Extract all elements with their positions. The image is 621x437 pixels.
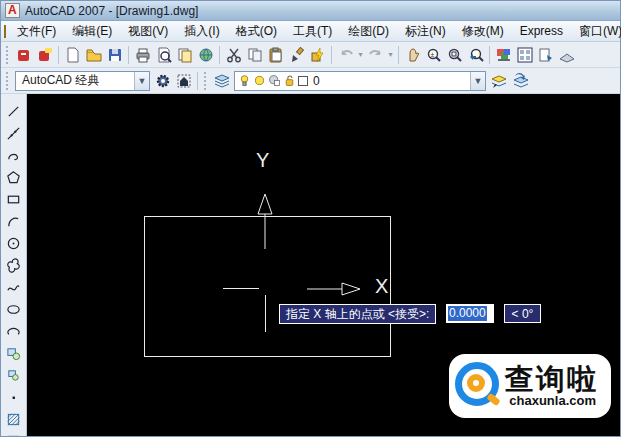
gradient-tool-icon[interactable] <box>4 431 24 436</box>
workspace-combo[interactable]: AutoCAD 经典 ▼ <box>15 71 150 91</box>
dynamic-input-angle: < 0° <box>504 304 541 323</box>
point-tool-icon[interactable] <box>4 387 24 407</box>
circle-tool-icon[interactable] <box>4 233 24 253</box>
dynamic-input-field[interactable]: 0.0000 <box>446 304 494 323</box>
layer-color-swatch[interactable] <box>298 76 308 86</box>
open-icon[interactable] <box>83 44 104 65</box>
y-axis-label: Y <box>256 149 269 172</box>
draw-toolbar <box>1 94 27 436</box>
menu-tools[interactable]: 工具(T) <box>286 21 339 42</box>
match-properties-icon[interactable] <box>286 44 307 65</box>
layer-viewport-freeze-icon[interactable] <box>268 74 281 87</box>
menu-insert[interactable]: 插入(I) <box>177 21 226 42</box>
current-layer-name: 0 <box>313 74 320 88</box>
new-file-icon[interactable] <box>62 44 83 65</box>
redo-icon[interactable] <box>365 44 386 65</box>
dwf-globe-icon[interactable] <box>195 44 216 65</box>
layer-on-bulb-icon[interactable] <box>238 74 251 87</box>
svg-text:±: ± <box>430 50 434 57</box>
menu-bar: 文件(F) 编辑(E) 视图(V) 插入(I) 格式(O) 工具(T) 绘图(D… <box>1 21 620 42</box>
layers-icon[interactable] <box>211 70 232 91</box>
layer-unlock-icon[interactable] <box>283 74 296 87</box>
chaxunla-logo-icon <box>455 362 503 410</box>
arc-tool-icon[interactable] <box>4 211 24 231</box>
autocad-window: AutoCAD 2007 - [Drawing1.dwg] 文件(F) 编辑(E… <box>0 0 621 437</box>
menu-view[interactable]: 视图(V) <box>121 21 175 42</box>
layer-previous-icon[interactable] <box>509 70 530 91</box>
line-tool-icon[interactable] <box>4 101 24 121</box>
undo-icon[interactable] <box>335 44 356 65</box>
cut-icon[interactable] <box>223 44 244 65</box>
menu-draw[interactable]: 绘图(D) <box>341 21 396 42</box>
zoom-window-icon[interactable] <box>444 44 465 65</box>
x-axis-arrow <box>307 280 365 298</box>
revision-cloud-tool-icon[interactable] <box>4 255 24 275</box>
menu-window[interactable]: 窗口(W) <box>572 21 621 42</box>
plot-icon[interactable] <box>132 44 153 65</box>
chevron-down-icon[interactable]: ▼ <box>134 72 149 90</box>
menu-modify[interactable]: 修改(M) <box>455 21 511 42</box>
toolbar-grip[interactable] <box>204 72 208 90</box>
title-bar: AutoCAD 2007 - [Drawing1.dwg] <box>1 1 620 21</box>
ellipse-arc-tool-icon[interactable] <box>4 321 24 341</box>
make-object-layer-current-icon[interactable] <box>488 70 509 91</box>
workspace-settings-gear-icon[interactable] <box>152 70 173 91</box>
construction-line-tool-icon[interactable] <box>4 123 24 143</box>
watermark-domain: chaxunla.com <box>509 394 596 408</box>
ellipse-tool-icon[interactable] <box>4 299 24 319</box>
workspace-layers-toolbar: AutoCAD 经典 ▼ 0 ▼ <box>1 68 620 94</box>
markup-manager-icon[interactable] <box>556 44 577 65</box>
hatch-tool-icon[interactable] <box>4 409 24 429</box>
publish-icon[interactable] <box>174 44 195 65</box>
menu-file[interactable]: 文件(F) <box>10 21 63 42</box>
menu-format[interactable]: 格式(O) <box>229 21 284 42</box>
sheetset-manager-icon[interactable] <box>535 44 556 65</box>
my-workspace-icon[interactable] <box>173 70 194 91</box>
crosshair-left-segment <box>223 288 259 289</box>
toolbar-grip[interactable] <box>6 46 10 64</box>
y-axis-arrow <box>255 191 275 253</box>
pdf-export-icon[interactable] <box>13 44 34 65</box>
x-axis-label: X <box>375 275 388 298</box>
designcenter-icon[interactable] <box>514 44 535 65</box>
dynamic-input-prompt: 指定 X 轴上的点或 <接受>: <box>279 304 436 324</box>
layer-thaw-sun-icon[interactable] <box>253 74 266 87</box>
autocad-logo-icon <box>5 3 20 18</box>
copy-icon[interactable] <box>244 44 265 65</box>
polygon-tool-icon[interactable] <box>4 167 24 187</box>
save-icon[interactable] <box>104 44 125 65</box>
pdf-export-alt-icon[interactable] <box>34 44 55 65</box>
menu-express[interactable]: Express <box>513 22 570 40</box>
make-block-tool-icon[interactable] <box>4 365 24 385</box>
layer-combo[interactable]: 0 ▼ <box>234 71 486 91</box>
menu-edit[interactable]: 编辑(E) <box>65 21 119 42</box>
toolbar-grip[interactable] <box>6 72 10 90</box>
rectangle-tool-icon[interactable] <box>4 189 24 209</box>
undo-dropdown-icon[interactable]: ▾ <box>356 44 365 65</box>
redo-dropdown-icon[interactable]: ▾ <box>386 44 395 65</box>
insert-block-tool-icon[interactable] <box>4 343 24 363</box>
zoom-previous-icon[interactable] <box>465 44 486 65</box>
pan-icon[interactable] <box>402 44 423 65</box>
block-editor-icon[interactable] <box>307 44 328 65</box>
watermark-brand: 查询啦 <box>505 364 598 394</box>
drawing-file-icon[interactable] <box>4 25 6 38</box>
menu-dimension[interactable]: 标注(N) <box>398 21 453 42</box>
plot-preview-icon[interactable] <box>153 44 174 65</box>
workspace-combo-value: AutoCAD 经典 <box>22 72 99 89</box>
paste-icon[interactable] <box>265 44 286 65</box>
polyline-tool-icon[interactable] <box>4 145 24 165</box>
standard-toolbar: ▾ ▾ ± <box>1 42 620 68</box>
crosshair-bottom-segment <box>265 295 266 332</box>
zoom-realtime-icon[interactable]: ± <box>423 44 444 65</box>
chevron-down-icon[interactable]: ▼ <box>470 72 485 90</box>
watermark-badge: 查询啦 chaxunla.com <box>449 354 611 418</box>
properties-icon[interactable] <box>493 44 514 65</box>
spline-tool-icon[interactable] <box>4 277 24 297</box>
window-title: AutoCAD 2007 - [Drawing1.dwg] <box>25 4 198 18</box>
dynamic-input-value: 0.0000 <box>448 306 487 321</box>
